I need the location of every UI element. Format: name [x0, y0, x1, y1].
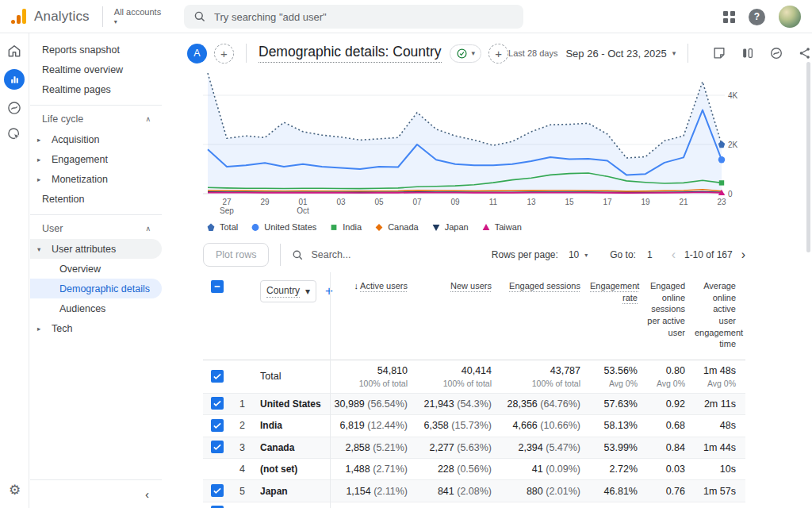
report-title[interactable]: Demographic details: Country: [259, 44, 442, 63]
row-metric-value: 1m 57s: [695, 486, 745, 497]
legend-item-japan[interactable]: Japan: [431, 222, 469, 233]
legend-item-total[interactable]: Total: [206, 222, 238, 233]
row-metric-value: 1,154 (2.11%): [330, 486, 417, 497]
collapse-sidebar-icon[interactable]: ‹: [145, 487, 149, 501]
sampling-icon[interactable]: [769, 46, 783, 60]
home-icon[interactable]: [6, 43, 22, 59]
x-axis-label: 03: [336, 198, 346, 206]
total-metric-value: 53.56%Avg 0%: [590, 365, 647, 388]
header-actions: ?: [723, 0, 801, 33]
goto-page-input[interactable]: 1: [647, 249, 653, 260]
column-header-engaged-online-sessions-per-active-user[interactable]: Engaged online sessions per active user: [647, 280, 695, 338]
sidebar-item-realtime-pages[interactable]: Realtime pages: [30, 79, 162, 99]
help-icon[interactable]: ?: [749, 9, 765, 25]
pagination-range: 1-10 of 167: [684, 249, 733, 260]
sidebar-item-audiences[interactable]: Audiences: [30, 298, 162, 318]
chevron-up-icon[interactable]: ∧: [145, 115, 151, 123]
sidebar-item-realtime-overview[interactable]: Realtime overview: [30, 60, 162, 79]
chevron-right-icon[interactable]: ▸: [37, 136, 40, 144]
column-header-active-users[interactable]: ↓Active users: [330, 280, 417, 292]
x-axis-label: 07: [412, 198, 422, 206]
reports-icon[interactable]: [4, 69, 25, 90]
workspace-badge[interactable]: A: [187, 44, 207, 64]
report-saved-status[interactable]: ▾: [450, 44, 482, 63]
share-icon[interactable]: [798, 46, 812, 60]
apps-grid-icon[interactable]: [723, 11, 735, 23]
sidebar-item-acquisition[interactable]: ▸Acquisition: [30, 129, 162, 149]
total-row-checkbox[interactable]: [211, 370, 224, 383]
sidebar-section-user[interactable]: User∧: [30, 214, 162, 239]
rows-per-page-label: Rows per page:: [492, 249, 558, 260]
notes-icon[interactable]: [712, 46, 726, 60]
column-header-average-online-active-user-engagement-time[interactable]: Average online active user engagement ti…: [695, 280, 745, 350]
vertical-scrollbar[interactable]: [806, 62, 810, 252]
analytics-logo-icon[interactable]: [11, 9, 26, 24]
sidebar-item-engagement[interactable]: ▸Engagement: [30, 149, 162, 169]
legend-label: United States: [264, 222, 316, 232]
table-row-united-states[interactable]: 1United States30,989 (56.54%)21,943 (54.…: [203, 394, 745, 415]
column-header-label: Engagement rate: [590, 281, 639, 302]
column-header-engaged-sessions[interactable]: Engaged sessions: [501, 280, 590, 292]
add-tab-button[interactable]: +: [488, 44, 508, 64]
row-checkbox[interactable]: [211, 484, 224, 497]
row-checkbox[interactable]: [211, 441, 224, 453]
dimension-select[interactable]: Country▾: [260, 280, 316, 302]
user-avatar[interactable]: [779, 6, 801, 28]
column-header-engagement-rate[interactable]: Engagement rate: [590, 280, 647, 303]
row-checkbox[interactable]: [211, 419, 224, 432]
row-metric-value: 58.13%: [590, 420, 647, 431]
sidebar-section-life-cycle[interactable]: Life cycle∧: [30, 105, 162, 129]
admin-gear-icon[interactable]: ⚙: [0, 482, 29, 498]
data-table: Country▾+↓Active usersNew usersEngaged s…: [203, 272, 745, 508]
chevron-up-icon[interactable]: ∧: [145, 225, 151, 233]
legend-item-united-states[interactable]: United States: [251, 222, 316, 233]
sidebar-item-retention[interactable]: Retention: [30, 189, 162, 209]
legend-item-india[interactable]: India: [329, 222, 362, 233]
chevron-down-icon[interactable]: ▾: [37, 245, 40, 253]
chevron-right-icon[interactable]: ▸: [37, 156, 40, 164]
x-axis-label: 13: [527, 198, 536, 206]
caret-down-icon: ▾: [672, 49, 676, 57]
advertising-icon[interactable]: [6, 126, 22, 142]
chevron-right-icon[interactable]: ▸: [37, 175, 40, 183]
table-row-japan[interactable]: 5Japan1,154 (2.11%)841 (2.08%)880 (2.01%…: [203, 480, 745, 502]
add-report-button[interactable]: +: [214, 44, 234, 64]
chevron-right-icon[interactable]: ▸: [37, 325, 40, 333]
end-marker-india: [719, 180, 724, 185]
caret-down-icon: ▾: [305, 286, 310, 297]
table-row-not-set[interactable]: 4(not set)1,488 (2.71%)228 (0.56%)41 (0.…: [203, 459, 745, 480]
sidebar-item-demographic-details[interactable]: Demographic details: [30, 279, 162, 298]
rows-per-page-select[interactable]: 10: [569, 249, 579, 260]
next-page-icon[interactable]: ›: [741, 248, 745, 262]
legend-item-canada[interactable]: Canada: [374, 222, 419, 233]
table-row-taiwan[interactable]: 6Taiwan944 (1.72%)750 (1.86%)896 (2.05%)…: [203, 502, 745, 508]
legend-item-taiwan[interactable]: Taiwan: [481, 222, 522, 233]
table-search-input[interactable]: Search...: [292, 249, 350, 261]
row-rank: 3: [232, 442, 251, 453]
legend-label: Taiwan: [495, 222, 522, 232]
row-metric-value: 2.72%: [590, 464, 647, 475]
row-metric-value: 841 (2.08%): [417, 486, 501, 497]
header-divider: [102, 6, 103, 27]
explore-icon[interactable]: [6, 100, 22, 116]
previous-page-icon[interactable]: ‹: [672, 248, 676, 262]
sidebar-item-overview[interactable]: Overview: [30, 259, 162, 279]
caret-down-icon: ▾: [114, 18, 161, 25]
sidebar-item-user-attributes[interactable]: ▾User attributes: [30, 239, 162, 259]
sidebar-item-tech[interactable]: ▸Tech: [30, 318, 162, 338]
select-all-checkbox[interactable]: [211, 280, 224, 293]
column-header-new-users[interactable]: New users: [417, 280, 501, 292]
sidebar-item-reports-snapshot[interactable]: Reports snapshot: [30, 40, 162, 60]
table-row-india[interactable]: 2India6,819 (12.44%)6,358 (15.73%)4,666 …: [203, 415, 745, 437]
row-checkbox[interactable]: [211, 397, 224, 410]
global-search-input[interactable]: Try searching "add user": [184, 5, 523, 29]
date-range-selector[interactable]: Sep 26 - Oct 23, 2025 ▾: [565, 48, 676, 60]
account-selector[interactable]: All accounts ▾: [114, 7, 161, 25]
timeseries-chart[interactable]: 02K4K27Sep2901Oct0305070911131517192123: [203, 70, 745, 216]
caret-down-icon[interactable]: ▾: [584, 252, 588, 259]
sidebar-item-monetization[interactable]: ▸Monetization: [30, 169, 162, 189]
date-range-preset: Last 28 days: [508, 48, 557, 58]
plot-rows-button[interactable]: Plot rows: [203, 243, 269, 267]
table-row-canada[interactable]: 3Canada2,858 (5.21%)2,277 (5.63%)2,394 (…: [203, 437, 745, 459]
comparison-icon[interactable]: [741, 46, 755, 60]
